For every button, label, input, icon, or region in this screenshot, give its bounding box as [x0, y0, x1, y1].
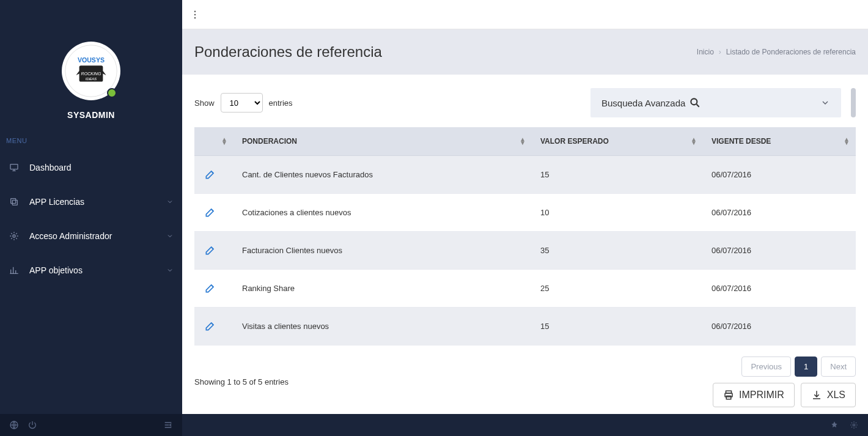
svg-point-8 — [13, 235, 15, 237]
main-footer — [182, 414, 868, 436]
table-row: Cant. de Clientes nuevos Facturados1506/… — [194, 156, 856, 194]
pin-button[interactable] — [828, 418, 841, 432]
search-icon — [689, 97, 701, 109]
svg-rect-5 — [10, 164, 18, 169]
cell-valor: 35 — [532, 232, 703, 270]
sidebar-nav: DashboardAPP LicenciasAcceso Administrad… — [0, 150, 182, 414]
edit-button[interactable] — [203, 281, 218, 295]
col-vigente[interactable]: VIGENTE DESDE▲▼ — [703, 127, 856, 156]
table-row: Visitas a clientes nuevos1506/07/2016 — [194, 308, 856, 345]
cell-vigente: 06/07/2016 — [703, 270, 856, 308]
pagination: Previous 1 Next — [741, 357, 856, 377]
settings-button[interactable] — [847, 418, 861, 432]
power-button[interactable] — [23, 416, 42, 434]
svg-rect-7 — [11, 199, 16, 204]
table-row: Ranking Share2506/07/2016 — [194, 270, 856, 308]
xls-label: XLS — [827, 390, 845, 401]
page-current[interactable]: 1 — [795, 357, 817, 377]
col-action[interactable]: ▲▼ — [194, 127, 234, 156]
print-button[interactable]: IMPRIMIR — [713, 383, 795, 407]
globe-button[interactable] — [5, 416, 23, 434]
collapse-sidebar-button[interactable] — [159, 416, 177, 434]
sidebar-footer — [0, 414, 182, 436]
page-title: Ponderaciones de referencia — [194, 43, 382, 61]
edit-button[interactable] — [203, 205, 218, 220]
gear-icon — [9, 231, 20, 241]
svg-text:IDEAS: IDEAS — [86, 76, 97, 81]
cell-ponderacion: Ranking Share — [234, 270, 532, 308]
svg-point-17 — [853, 424, 855, 426]
chevron-down-icon — [820, 98, 830, 108]
cell-ponderacion: Facturacion Clientes nuevos — [234, 232, 532, 270]
chevron-down-icon — [166, 198, 174, 205]
svg-point-11 — [194, 13, 196, 15]
breadcrumb: Inicio › Listado de Ponderaciones de ref… — [697, 48, 856, 56]
copy-icon — [9, 197, 20, 207]
sort-icon: ▲▼ — [844, 138, 850, 145]
print-label: IMPRIMIR — [739, 390, 784, 401]
avatar[interactable]: VOUSYS ROCKING IDEAS — [62, 42, 120, 100]
topbar — [182, 0, 868, 29]
chevron-down-icon — [166, 267, 174, 274]
page-header: Ponderaciones de referencia Inicio › Lis… — [182, 29, 868, 75]
cell-ponderacion: Visitas a clientes nuevos — [234, 308, 532, 345]
page-prev[interactable]: Previous — [741, 357, 791, 377]
svg-text:VOUSYS: VOUSYS — [78, 56, 105, 64]
cell-valor: 15 — [532, 308, 703, 345]
download-icon — [811, 390, 822, 401]
sidebar-item-app-licencias[interactable]: APP Licencias — [0, 185, 182, 219]
edit-button[interactable] — [203, 167, 218, 182]
cell-vigente: 06/07/2016 — [703, 156, 856, 194]
cell-valor: 10 — [532, 194, 703, 232]
cell-vigente: 06/07/2016 — [703, 232, 856, 270]
edit-button[interactable] — [203, 319, 218, 333]
indent-icon — [163, 420, 173, 430]
page-next[interactable]: Next — [821, 357, 856, 377]
scrollbar-hint[interactable] — [851, 88, 856, 117]
print-icon — [723, 390, 734, 401]
col-valor[interactable]: VALOR ESPERADO▲▼ — [532, 127, 703, 156]
table-footer: Showing 1 to 5 of 5 entries Previous 1 N… — [194, 357, 856, 407]
cell-vigente: 06/07/2016 — [703, 194, 856, 232]
more-menu-button[interactable] — [189, 9, 200, 20]
sort-icon: ▲▼ — [520, 138, 526, 145]
cell-valor: 25 — [532, 270, 703, 308]
status-online-icon — [107, 88, 117, 98]
power-icon — [28, 420, 37, 430]
sidebar-item-label: Acceso Administrador — [29, 231, 112, 241]
sidebar-item-app-objetivos[interactable]: APP objetivos — [0, 253, 182, 287]
svg-text:ROCKING: ROCKING — [81, 72, 101, 76]
sort-icon: ▲▼ — [691, 138, 697, 145]
breadcrumb-separator-icon: › — [719, 48, 721, 56]
advanced-search-toggle[interactable]: Busqueda Avanzada — [590, 88, 841, 117]
globe-icon — [9, 420, 19, 430]
sidebar-item-acceso-administrador[interactable]: Acceso Administrador — [0, 219, 182, 253]
menu-section-label: MENU — [0, 128, 182, 150]
sidebar-item-label: APP Licencias — [29, 197, 84, 207]
svg-rect-6 — [12, 200, 17, 205]
col-ponderacion[interactable]: PONDERACION▲▼ — [234, 127, 532, 156]
table-row: Cotizaciones a clientes nuevos1006/07/20… — [194, 194, 856, 232]
sidebar-top-spacer — [0, 0, 182, 29]
main: Ponderaciones de referencia Inicio › Lis… — [182, 0, 868, 436]
table-row: Facturacion Clientes nuevos3506/07/2016 — [194, 232, 856, 270]
breadcrumb-home[interactable]: Inicio — [697, 48, 714, 56]
sidebar-item-dashboard[interactable]: Dashboard — [0, 150, 182, 185]
more-vertical-icon — [189, 9, 200, 20]
sidebar-item-label: Dashboard — [29, 163, 72, 172]
profile-block: VOUSYS ROCKING IDEAS SYSADMIN — [0, 29, 182, 128]
xls-button[interactable]: XLS — [801, 383, 856, 407]
username: SYSADMIN — [67, 110, 115, 120]
show-entries-control: Show 10 entries — [194, 93, 293, 113]
pin-icon — [830, 421, 839, 429]
cell-valor: 15 — [532, 156, 703, 194]
svg-point-10 — [194, 10, 196, 12]
sidebar-item-label: APP objetivos — [29, 265, 83, 275]
chevron-down-icon — [166, 232, 174, 240]
svg-point-12 — [194, 17, 196, 18]
page-size-select[interactable]: 10 — [221, 93, 263, 113]
table-top-controls: Show 10 entries Busqueda Avanzada — [194, 88, 856, 117]
edit-button[interactable] — [203, 243, 218, 257]
entries-label: entries — [269, 98, 293, 108]
cell-ponderacion: Cotizaciones a clientes nuevos — [234, 194, 532, 232]
